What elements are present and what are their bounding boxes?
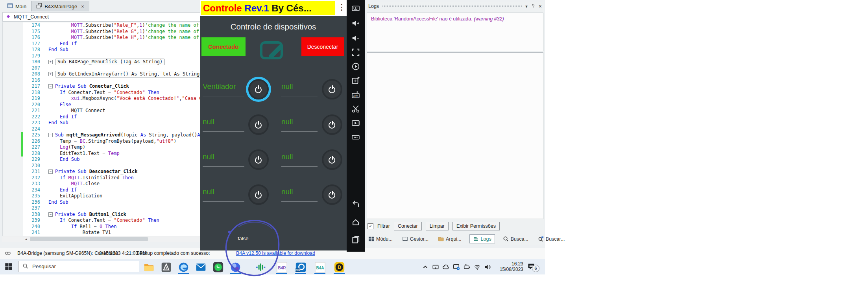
d-app-icon[interactable]: D [333,261,345,273]
overflow-menu-icon[interactable]: ⋮ [338,2,346,12]
line-number: 236 [23,199,44,206]
line-number: 226 [23,138,44,145]
power-button[interactable] [322,79,342,99]
active-app-underline [314,273,325,274]
volume-down-icon[interactable] [351,34,360,42]
app-heading: Controle de dispositivos [200,22,347,31]
new-window-icon[interactable] [351,76,360,85]
close-icon[interactable]: × [539,3,542,9]
battery-icon[interactable] [464,263,471,271]
update-link[interactable]: B4A v12.50 is available for download [236,250,315,256]
clear-button[interactable]: Limpar [426,222,449,230]
whatsapp-icon[interactable] [212,261,224,273]
line-number: 217 [23,83,44,90]
notification-badge[interactable]: 6 [532,265,539,272]
editor-tab-b4xmainpage[interactable]: B4XMainPage× [31,1,89,11]
line-number: 231 [23,169,44,175]
filter-checkbox[interactable]: ✓ [368,223,373,229]
b4a-app-icon[interactable]: B4A [314,261,326,273]
power-button[interactable] [322,184,342,205]
speaker-icon[interactable] [484,263,491,271]
fold-toggle-icon[interactable]: + [48,72,53,76]
pin-icon[interactable] [531,4,536,9]
logs-output-box[interactable] [367,52,543,219]
panel-tab-mdu[interactable]: Módu... [367,235,394,243]
rotate-icon[interactable] [351,62,360,71]
line-number: 216 [23,77,44,84]
panel-grip[interactable] [382,4,522,8]
panel-tab-arqui[interactable]: Arqui... [436,235,463,243]
line-number: 233 [23,181,44,187]
copilot-icon[interactable] [229,261,242,273]
scroll-left-arrow[interactable]: ◂ [23,236,29,242]
editor-tab-main[interactable]: Main [2,1,31,11]
fold-toggle-icon[interactable]: − [48,133,53,137]
line-number: 208 [23,71,44,77]
search-placeholder: Pesquisar [32,263,56,269]
taskbar-clock[interactable]: 16:23 15/08/2023 [493,261,523,272]
power-button[interactable] [248,114,269,135]
windows-taskbar: Pesquisar B4RPREB4AD 16:23 15/08/2023 6 [0,259,545,274]
panel-dropdown-icon[interactable]: ▾ [525,4,528,9]
install-apk-icon[interactable]: APK [351,90,360,99]
b4r-app-icon[interactable]: B4R [275,261,288,273]
device-row: nullnull [200,149,347,171]
power-button[interactable] [322,149,342,170]
app-titlebar: Controle Rev.1 By Cés... ⋮ [200,0,347,16]
permissions-button[interactable]: Exibir Permissões [452,222,500,230]
keyboard-icon[interactable] [351,4,360,13]
power-button[interactable] [322,114,342,135]
connected-button[interactable]: Conectado [201,37,246,56]
search-input[interactable]: Pesquisar [18,261,139,272]
designer-icon[interactable] [160,261,172,273]
bridge-link-icon [5,250,11,258]
fold-toggle-icon[interactable]: + [48,60,53,64]
device-label: null [203,188,244,202]
tab-close-icon[interactable]: × [81,4,84,9]
outlook-icon[interactable]: PRE [294,261,307,273]
scrollbar-thumb[interactable] [30,237,148,241]
cast-icon[interactable] [432,263,439,271]
panel-tab-busca[interactable]: Busca... [501,235,530,243]
sync-display-icon[interactable] [453,263,460,271]
edit-icon[interactable] [259,37,288,63]
edge-icon[interactable] [177,261,190,273]
svg-text:APK: APK [353,94,358,97]
line-number: 180 [23,59,44,65]
fold-toggle-icon[interactable]: − [48,169,53,174]
line-number: 238 [23,212,44,218]
fold-toggle-icon[interactable]: − [48,84,53,88]
disconnect-button[interactable]: Desconectar [301,37,344,56]
power-button[interactable] [248,184,269,205]
connect-button[interactable]: Conectar [394,222,422,230]
line-number: 241 [23,230,44,236]
hidden-icons-icon[interactable] [422,263,429,271]
panel-tab-logs[interactable]: Logs [469,234,495,243]
cloud-icon[interactable] [442,263,449,271]
wifi-icon[interactable] [474,263,481,271]
home-icon[interactable] [351,218,360,226]
fold-toggle-icon[interactable]: − [48,212,53,217]
log-false-label: false [238,236,248,241]
volume-up-icon[interactable] [351,19,360,28]
fit-screen-icon[interactable] [351,48,360,57]
panel-tabstrip: Módu...Gestor...Arqui...LogsBusca...Busc… [367,234,566,243]
video-icon[interactable] [351,119,360,127]
more-icon[interactable] [351,133,360,142]
explorer-icon[interactable] [142,261,155,273]
cut-icon[interactable] [351,105,360,113]
start-button-icon[interactable] [5,263,13,271]
recents-icon[interactable] [351,236,360,244]
panel-tab-gestor[interactable]: Gestor... [401,235,430,243]
logs-header[interactable]: Logs ▾ × [366,2,544,11]
device-row: nullnull [200,184,347,206]
line-number: 232 [23,175,44,181]
back-icon[interactable] [351,200,360,208]
mail-icon[interactable] [194,261,207,273]
power-button[interactable] [248,79,269,99]
power-icon [328,191,336,199]
logs-warning-box: Biblioteca 'RandomAccessFile' não é util… [367,13,543,51]
audio-wave-icon[interactable] [254,261,267,273]
power-button[interactable] [248,149,269,170]
panel-tab-buscar[interactable]: Buscar... [536,235,567,243]
